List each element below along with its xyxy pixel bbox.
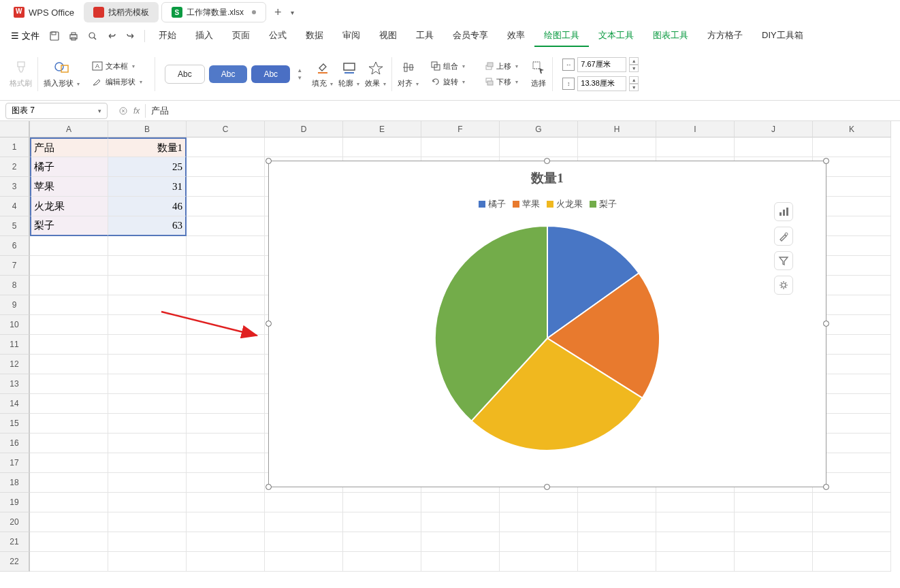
style-preset-1[interactable]: Abc (165, 65, 205, 84)
menu-item[interactable]: 视图 (370, 25, 406, 47)
cell[interactable] (343, 493, 421, 512)
cell[interactable] (187, 414, 265, 434)
cell[interactable] (343, 512, 421, 532)
row-header[interactable]: 20 (0, 512, 30, 532)
cell[interactable] (187, 236, 265, 256)
cell[interactable] (500, 493, 578, 512)
resize-handle-tr[interactable] (823, 158, 829, 164)
cell[interactable] (187, 473, 265, 493)
cancel-formula-icon[interactable] (118, 106, 128, 116)
redo-icon[interactable] (121, 27, 140, 46)
resize-handle-ml[interactable] (266, 321, 272, 327)
tab-template[interactable]: 找稻壳模板 (84, 2, 159, 22)
cell[interactable] (578, 137, 656, 157)
cell[interactable] (656, 552, 735, 572)
row-header[interactable]: 10 (0, 315, 30, 335)
cell[interactable] (187, 453, 265, 473)
cell[interactable] (30, 414, 108, 434)
cell[interactable] (108, 394, 187, 414)
resize-handle-bc[interactable] (544, 484, 550, 490)
cell[interactable] (108, 532, 187, 552)
cell[interactable]: 46 (108, 197, 187, 216)
cell[interactable] (30, 374, 108, 394)
width-field[interactable]: 7.67厘米 (577, 57, 626, 72)
cell[interactable]: 产品 (30, 137, 108, 157)
cell[interactable] (265, 137, 343, 157)
insert-shape-button[interactable]: 插入形状 ▾ (41, 56, 82, 91)
tab-workbook[interactable]: S 工作簿数量.xlsx (161, 2, 266, 22)
cell[interactable] (813, 137, 891, 157)
row-header[interactable]: 3 (0, 177, 30, 197)
cell[interactable] (343, 532, 421, 552)
chart-title[interactable]: 数量1 (269, 161, 826, 193)
cell[interactable] (813, 493, 891, 512)
menu-item[interactable]: 页面 (223, 25, 259, 47)
resize-handle-tc[interactable] (544, 158, 550, 164)
cell[interactable] (30, 394, 108, 414)
group-button[interactable]: 组合 ▾ (427, 59, 469, 74)
cell[interactable] (187, 532, 265, 552)
column-header[interactable]: F (421, 121, 500, 137)
cell[interactable] (30, 236, 108, 256)
cell[interactable] (187, 552, 265, 572)
cell[interactable] (500, 532, 578, 552)
cell[interactable] (108, 256, 187, 276)
cell[interactable]: 梨子 (30, 216, 108, 236)
row-header[interactable]: 11 (0, 335, 30, 355)
cell[interactable]: 火龙果 (30, 197, 108, 216)
cell[interactable] (421, 532, 500, 552)
cell[interactable] (421, 512, 500, 532)
legend-item[interactable]: 橘子 (479, 198, 506, 210)
cell[interactable] (735, 532, 813, 552)
cell[interactable] (735, 552, 813, 572)
resize-handle-tl[interactable] (266, 158, 272, 164)
menu-item[interactable]: 工具 (406, 25, 443, 47)
cell[interactable] (735, 493, 813, 512)
cell[interactable] (30, 315, 108, 335)
menu-item[interactable]: 会员专享 (443, 25, 498, 47)
outline-button[interactable]: 轮廓 ▾ (336, 56, 362, 91)
edit-shape-button[interactable]: 编辑形状 ▾ (88, 75, 146, 89)
cell[interactable]: 25 (108, 157, 187, 177)
effect-button[interactable]: 效果 ▾ (362, 56, 389, 91)
cell[interactable] (30, 552, 108, 572)
cell[interactable]: 苹果 (30, 177, 108, 197)
cell[interactable] (30, 355, 108, 374)
chevron-down-icon[interactable]: ▾ (98, 108, 101, 114)
chart-style-button[interactable] (774, 227, 793, 246)
cell[interactable] (108, 512, 187, 532)
width-up-button[interactable]: ▲ (629, 57, 639, 65)
column-header[interactable]: G (500, 121, 578, 137)
cell[interactable]: 数量1 (108, 137, 187, 157)
cell[interactable] (735, 137, 813, 157)
rotate-button[interactable]: 旋转 ▾ (427, 75, 469, 89)
row-header[interactable]: 15 (0, 414, 30, 434)
chart-settings-button[interactable] (774, 276, 793, 295)
row-header[interactable]: 2 (0, 157, 30, 177)
row-header[interactable]: 9 (0, 295, 30, 315)
cell[interactable] (108, 315, 187, 335)
cell[interactable] (500, 512, 578, 532)
row-header[interactable]: 21 (0, 532, 30, 552)
cell[interactable] (108, 355, 187, 374)
cell[interactable] (265, 493, 343, 512)
style-preset-3[interactable]: Abc (251, 65, 290, 83)
chart-filter-button[interactable] (774, 251, 793, 270)
cell[interactable]: 橘子 (30, 157, 108, 177)
cell[interactable] (421, 493, 500, 512)
menu-item[interactable]: 文本工具 (589, 25, 643, 47)
menu-item[interactable]: 开始 (149, 25, 186, 47)
select-button[interactable]: 选择 (528, 56, 549, 91)
column-header[interactable]: D (265, 121, 343, 137)
resize-handle-br[interactable] (823, 484, 829, 490)
cell[interactable] (656, 137, 735, 157)
cell[interactable] (187, 434, 265, 453)
height-down-button[interactable]: ▼ (629, 84, 639, 91)
column-header[interactable]: A (30, 121, 108, 137)
cell[interactable] (343, 552, 421, 572)
cell[interactable] (187, 177, 265, 197)
resize-handle-bl[interactable] (266, 484, 272, 490)
menu-item[interactable]: 审阅 (333, 25, 370, 47)
cell[interactable] (578, 532, 656, 552)
legend-item[interactable]: 梨子 (590, 198, 617, 210)
